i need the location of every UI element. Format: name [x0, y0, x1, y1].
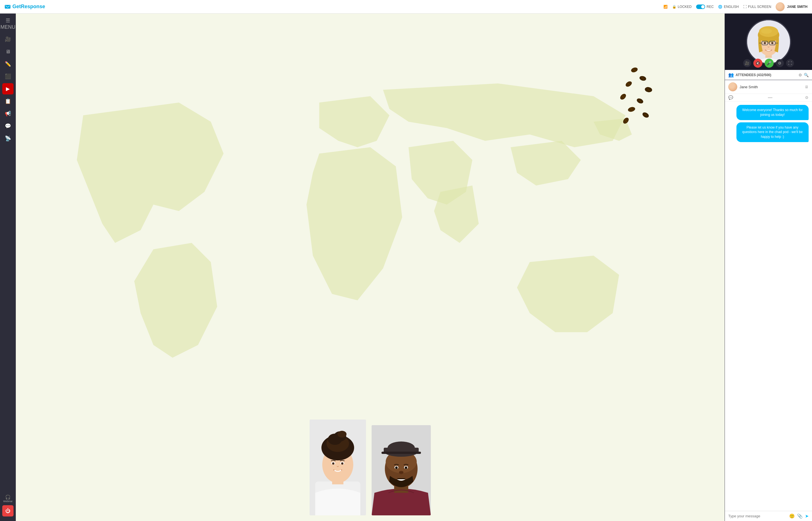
locked-button[interactable]: 🔒 LOCKED	[672, 5, 692, 9]
coffee-beans-svg	[606, 64, 662, 135]
chat-message-2: Please let us know if you have any quest…	[737, 122, 809, 142]
lock-icon: 🔒	[672, 5, 676, 9]
mute-button[interactable]: 🔇	[753, 59, 762, 68]
male-presenter-svg	[371, 425, 431, 515]
svg-rect-0	[5, 5, 10, 8]
svg-point-43	[395, 467, 398, 469]
power-icon: ⏻	[5, 508, 10, 514]
stage	[16, 14, 725, 521]
svg-point-27	[338, 431, 346, 437]
sidebar-item-camera[interactable]: 🎥	[2, 33, 14, 45]
webinar-label: Webinar	[3, 500, 13, 503]
multiscreen-icon: ⬛	[5, 73, 11, 80]
attendees-count: ATTENDEES (432/500)	[736, 73, 798, 77]
svg-rect-33	[375, 500, 428, 515]
announce-icon: 📢	[5, 111, 11, 117]
sidebar-item-webinar[interactable]: 🎧 Webinar	[2, 493, 14, 504]
user-row-actions: 🖥	[805, 85, 809, 89]
locked-label: LOCKED	[678, 5, 692, 9]
attendees-settings-button[interactable]: ⚙	[798, 73, 802, 77]
sidebar: ☰ MENU 🎥 🖥 ✏️ ⬛ ▶ 📋 📢 💬 📡	[0, 14, 16, 521]
user-row-name: Jane Smith	[740, 85, 805, 89]
fullscreen-icon: ⛶	[743, 5, 747, 9]
sidebar-item-poll[interactable]: 📋	[2, 95, 14, 107]
right-panel: 🎥 🔇 🎤 ⚙ ⛶ 👥 ATTENDEES (432/500) ⚙ 🔍 Jane…	[725, 14, 812, 521]
rec-label: REC	[706, 5, 714, 9]
chat-input[interactable]	[728, 514, 787, 518]
app-logo[interactable]: GetResponse	[4, 4, 45, 10]
sidebar-item-screen[interactable]: 🖥	[2, 46, 14, 57]
broadcast-icon: 📡	[5, 135, 11, 141]
presenter-video-circle	[746, 19, 791, 64]
svg-rect-40	[382, 452, 421, 454]
menu-label: MENU	[1, 24, 16, 30]
user-menu[interactable]: JANE SMITH	[775, 2, 808, 11]
avatar	[775, 2, 785, 11]
chat-messages: Welcome everyone! Thanks so much for joi…	[725, 101, 812, 511]
youtube-icon: ▶	[6, 86, 10, 92]
female-presenter-svg	[310, 420, 366, 515]
chat-input-area: 🙂 📎 ➤	[725, 511, 812, 521]
chat-tab-bar: 💬 — ⚙	[725, 94, 812, 101]
fullscreen-button[interactable]: ⛶ FULL SCREEN	[743, 5, 771, 9]
user-avatar	[728, 82, 737, 91]
language-selector[interactable]: 🌐 ENGLISH	[718, 5, 739, 9]
user-action-screen[interactable]: 🖥	[805, 85, 809, 89]
chat-message-1: Welcome everyone! Thanks so much for joi…	[737, 105, 809, 120]
svg-point-51	[761, 28, 772, 34]
sidebar-item-youtube[interactable]: ▶	[2, 83, 14, 94]
chat-settings-button[interactable]: ⚙	[805, 95, 809, 100]
language-label: ENGLISH	[724, 5, 739, 9]
camera-toggle-button[interactable]: 🎥	[743, 59, 751, 67]
sidebar-item-draw[interactable]: ✏️	[2, 58, 14, 70]
world-map-container	[51, 64, 690, 445]
female-presenter	[310, 420, 366, 515]
attendees-bar: 👥 ATTENDEES (432/500) ⚙ 🔍	[725, 70, 812, 80]
sidebar-item-multiscreen[interactable]: ⬛	[2, 71, 14, 82]
sidebar-item-chat[interactable]: 💬	[2, 120, 14, 132]
user-row: Jane Smith 🖥	[725, 80, 812, 94]
attendees-icon: 👥	[728, 72, 734, 77]
mic-button[interactable]: 🎤	[765, 59, 774, 68]
svg-point-31	[341, 462, 343, 465]
fullscreen-label: FULL SCREEN	[748, 5, 771, 9]
draw-icon: ✏️	[5, 61, 11, 67]
presenter-avatar-svg	[747, 19, 790, 64]
attendees-search-button[interactable]: 🔍	[804, 73, 809, 77]
coffee-beans	[606, 64, 662, 135]
wifi-icon: 📶	[663, 5, 668, 9]
chat-tab-icon: 💬	[728, 95, 733, 100]
presenter-area	[310, 420, 431, 515]
main-container: ☰ MENU 🎥 🖥 ✏️ ⬛ ▶ 📋 📢 💬 📡	[0, 14, 812, 521]
user-name: JANE SMITH	[787, 5, 808, 9]
chat-container: 💬 — ⚙ Welcome everyone! Thanks so much f…	[725, 94, 812, 521]
logo-text: GetResponse	[13, 4, 45, 9]
expand-button[interactable]: ⛶	[786, 59, 794, 67]
svg-point-57	[764, 42, 766, 44]
rec-control[interactable]: REC	[696, 4, 714, 9]
rec-toggle[interactable]	[696, 4, 705, 9]
video-controls: 🎥 🔇 🎤 ⚙ ⛶	[725, 59, 812, 68]
send-button[interactable]: ➤	[805, 514, 809, 519]
svg-point-58	[771, 42, 773, 44]
power-button[interactable]: ⏻	[2, 505, 14, 517]
camera-icon: 🎥	[5, 36, 11, 42]
emoji-button[interactable]: 🙂	[789, 514, 795, 519]
svg-point-44	[405, 467, 407, 469]
menu-toggle[interactable]: ☰ MENU	[0, 16, 17, 32]
headset-icon: 🎧	[5, 495, 11, 500]
world-map-svg	[51, 64, 690, 383]
svg-point-30	[332, 462, 334, 465]
chat-tab-dash: —	[735, 95, 805, 100]
sidebar-item-announce[interactable]: 📢	[2, 108, 14, 119]
chat-icon: 💬	[5, 123, 11, 129]
navbar: GetResponse 📶 🔒 LOCKED REC 🌐 ENGLISH ⛶ F…	[0, 0, 812, 14]
globe-icon: 🌐	[718, 5, 722, 9]
attachment-button[interactable]: 📎	[797, 514, 803, 519]
male-presenter	[371, 425, 431, 515]
screen-icon: 🖥	[5, 49, 10, 55]
sidebar-item-broadcast[interactable]: 📡	[2, 133, 14, 144]
wifi-indicator: 📶	[663, 5, 668, 9]
poll-icon: 📋	[5, 98, 11, 104]
video-settings-button[interactable]: ⚙	[776, 59, 784, 67]
